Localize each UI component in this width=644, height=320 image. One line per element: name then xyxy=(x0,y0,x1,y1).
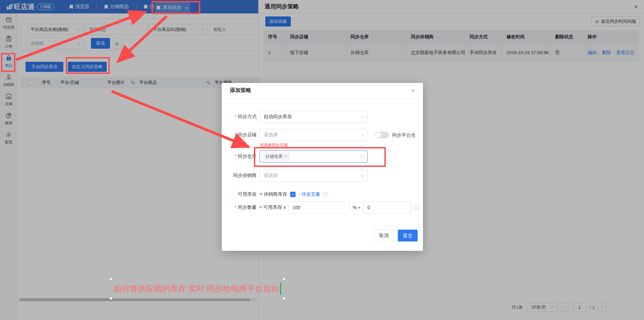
available-stock-row: 可用库存 = 供销商库存 ✓ - 待发货量 i xyxy=(222,191,328,197)
offset-input[interactable] xyxy=(363,201,412,214)
tag-remove-icon[interactable]: × xyxy=(285,154,287,159)
app-window: 旺店通 分销版 找货源 分销商品 供销商 库存同步 × xyxy=(0,0,644,320)
sync-warehouse-multiselect[interactable]: 分销仓库× × xyxy=(260,150,368,163)
selection-handle[interactable] xyxy=(109,297,112,300)
modal-header: 添加策略 × xyxy=(222,83,423,98)
chevron-down-icon xyxy=(361,133,365,136)
modal-footer: 取消 提交 xyxy=(374,230,418,241)
selection-handle[interactable] xyxy=(282,277,285,280)
warehouse-tag: 分销仓库× xyxy=(263,152,290,161)
add-strategy-modal: 添加策略 × 同步方式 自动同步库存 同步店铺 请选择 同步平台仓 请选择同步店… xyxy=(222,83,423,251)
sync-supplier-row: 同步供销商 请选择 xyxy=(222,170,368,182)
selection-handle[interactable] xyxy=(282,297,285,300)
sync-method-select[interactable]: 自动同步库存 xyxy=(260,111,368,123)
submit-button[interactable]: 提交 xyxy=(398,230,418,241)
clear-field-icon[interactable]: × xyxy=(360,154,365,159)
text-cursor xyxy=(280,283,281,294)
selection-handle[interactable] xyxy=(109,277,112,280)
info-icon: i xyxy=(323,192,328,197)
sync-quantity-row: 同步数量 = 可用库存 x % + i xyxy=(222,201,419,214)
shop-error-message: 请选择同步店铺 xyxy=(260,142,288,148)
modal-close-icon[interactable]: × xyxy=(411,87,415,94)
sync-shop-row: 同步店铺 请选择 xyxy=(222,129,368,141)
sync-shop-select[interactable]: 请选择 xyxy=(260,129,368,141)
sync-supplier-select[interactable]: 请选择 xyxy=(260,170,368,182)
chevron-down-icon xyxy=(361,115,365,118)
info-icon: i xyxy=(414,205,419,210)
toggle-label: 同步平台仓 xyxy=(392,132,416,138)
sync-method-row: 同步方式 自动同步库存 xyxy=(222,111,368,123)
percent-input[interactable] xyxy=(288,201,350,214)
chevron-down-icon xyxy=(361,173,365,177)
pending-shipment-label: - 待发货量 xyxy=(299,191,320,197)
modal-title: 添加策略 xyxy=(230,87,251,94)
caption-text: 如何将供应商的库存 实时 同步给电商平台后台 xyxy=(114,283,279,294)
caption-annotation: 如何将供应商的库存 实时 同步给电商平台后台 xyxy=(111,279,284,299)
pending-shipment-checkbox[interactable]: ✓ xyxy=(290,192,296,197)
platform-warehouse-toggle[interactable] xyxy=(375,132,389,138)
cancel-button[interactable]: 取消 xyxy=(374,230,394,241)
sync-warehouse-row: 同步仓库 分销仓库× × xyxy=(222,150,368,163)
